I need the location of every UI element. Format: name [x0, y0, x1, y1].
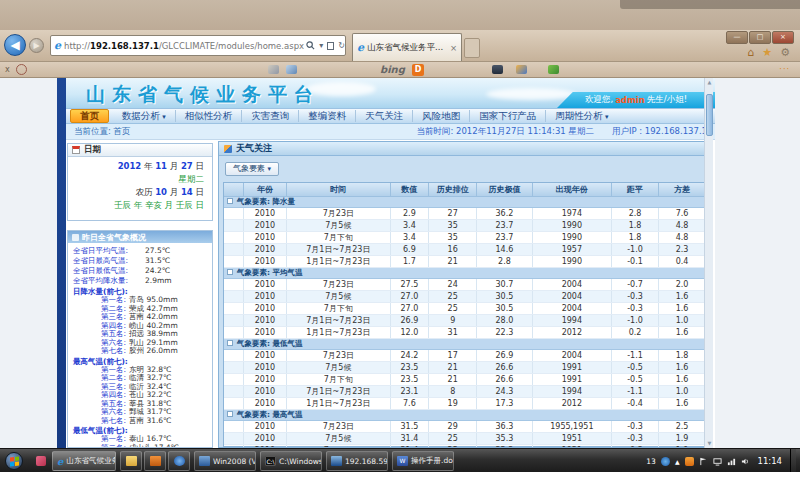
table-row[interactable]: 20107月下旬3.43523.719901.84.8: [224, 232, 706, 244]
favorites-star-icon[interactable]: ★: [762, 46, 772, 59]
nav-item[interactable]: 国家下行产品: [470, 110, 546, 122]
address-bar[interactable]: e http://192.168.137.1/GLCCLIMATE/module…: [50, 35, 346, 56]
taskbar-ie-window[interactable]: e 山东省气候业务平...: [52, 451, 116, 471]
welcome-prefix: 欢迎您,: [585, 94, 613, 106]
green-addon-icon[interactable]: [548, 65, 559, 74]
network-tray-icon[interactable]: [727, 457, 736, 466]
table-cell: -0.1: [612, 256, 659, 268]
globe-tray-icon[interactable]: [661, 457, 670, 466]
close-toolbar-button[interactable]: x: [5, 65, 10, 74]
d-badge-icon[interactable]: D: [412, 64, 424, 76]
scrollbar-thumb[interactable]: [706, 94, 713, 136]
table-row[interactable]: 20107月5候3.43523.719901.84.8: [224, 220, 706, 232]
table-row[interactable]: 20107月5候23.52126.61991-0.51.6: [224, 362, 706, 374]
display-tray-icon[interactable]: [713, 457, 722, 466]
forward-button[interactable]: ▶: [29, 38, 44, 53]
hidden-icons-chevron[interactable]: ▲: [675, 458, 680, 465]
tab-close-icon[interactable]: ×: [450, 43, 457, 53]
table-row[interactable]: 20101月1日~7月23日12.03122.320120.21.6: [224, 327, 706, 339]
share-icon[interactable]: [516, 65, 527, 74]
table-group-cell: 气象要素: 最低气温: [224, 339, 706, 350]
home-icon[interactable]: ⌂: [747, 46, 754, 59]
table-group-row[interactable]: 气象要素: 最高气温: [224, 410, 706, 421]
volume-tray-icon[interactable]: [741, 457, 750, 466]
start-button[interactable]: [5, 452, 23, 470]
maximize-button[interactable]: □: [749, 31, 771, 44]
table-row[interactable]: 20107月5候27.02530.52004-0.31.6: [224, 291, 706, 303]
search-dropdown-caret[interactable]: ▾: [319, 41, 323, 50]
table-row[interactable]: 20101月1日~7月23日7.61917.32012-0.41.6: [224, 398, 706, 410]
card-icon[interactable]: [268, 65, 279, 74]
settings-gear-icon[interactable]: ⚙: [780, 46, 790, 59]
nav-item[interactable]: 周期性分析 ▾: [546, 110, 617, 122]
scroll-up-icon[interactable]: ▲: [705, 78, 714, 87]
toolbar-overflow-dots[interactable]: ···: [779, 65, 790, 74]
table-row[interactable]: 20107月下旬27.02530.52004-0.31.6: [224, 303, 706, 315]
element-dropdown-button[interactable]: 气象要素 ▾: [225, 162, 279, 176]
calendar-weekday: 星期二: [68, 173, 204, 186]
page-title: 山东省气候业务平台: [86, 82, 320, 108]
show-desktop-button[interactable]: [790, 449, 796, 473]
group-name: 气象要素: 平均气温: [237, 268, 303, 277]
taskbar-media-app[interactable]: [168, 451, 190, 471]
table-cell: 2010: [243, 244, 286, 256]
table-group-row[interactable]: 气象要素: 最低气温: [224, 339, 706, 350]
table-cell: 19: [429, 398, 477, 410]
nav-item[interactable]: 首页: [70, 109, 109, 123]
minimize-button[interactable]: —: [726, 31, 748, 44]
table-row[interactable]: 20107月23日31.52936.31955,1951-0.32.5: [224, 421, 706, 433]
taskbar-window-button[interactable]: C:\C:\Windows\s...: [260, 451, 322, 471]
table-cell: -1.0: [612, 315, 659, 327]
nav-item[interactable]: 相似性分析: [176, 110, 243, 122]
scroll-down-icon[interactable]: ▼: [705, 439, 714, 448]
table-row[interactable]: 20101月1日~7月23日1.7212.81990-0.10.4: [224, 256, 706, 268]
compatibility-icon[interactable]: [327, 42, 334, 50]
page-scrollbar[interactable]: ▲ ▼: [704, 78, 713, 448]
table-cell: 14.6: [477, 244, 532, 256]
table-row[interactable]: 20107月23日27.52430.72004-0.72.0: [224, 279, 706, 291]
nav-item[interactable]: 数据分析 ▾: [113, 110, 176, 122]
table-row[interactable]: 20107月下旬23.52126.61991-0.51.6: [224, 374, 706, 386]
blocked-icon[interactable]: [16, 64, 27, 75]
table-row[interactable]: 20107月23日24.21726.92004-1.11.8: [224, 350, 706, 362]
table-row[interactable]: 20107月1日~7月23日6.91614.61957-1.02.3: [224, 244, 706, 256]
table-group-row[interactable]: 气象要素: 降水量: [224, 197, 706, 208]
new-tab-button[interactable]: [464, 38, 480, 58]
taskbar-window-button[interactable]: W操作手册.docx ...: [392, 451, 454, 471]
table-cell: 2010: [243, 350, 286, 362]
table-group-row[interactable]: 气象要素: 平均气温: [224, 268, 706, 279]
table-row[interactable]: 20107月5候31.42535.31951-0.31.9: [224, 433, 706, 445]
group-checkbox[interactable]: [227, 411, 233, 417]
refresh-icon[interactable]: ↻: [338, 41, 345, 50]
group-checkbox[interactable]: [227, 269, 233, 275]
taskbar-clock[interactable]: 11:14: [758, 456, 783, 466]
bing-logo[interactable]: bing: [380, 64, 405, 75]
table-row[interactable]: 20107月1日~7月23日23.1824.31994-1.11.0: [224, 386, 706, 398]
camera-icon[interactable]: [492, 65, 503, 74]
taskbar-window-button[interactable]: 192.168.59.99...: [326, 451, 388, 471]
nav-item[interactable]: 灾害查询: [242, 110, 299, 122]
action-center-flag-icon[interactable]: [699, 457, 708, 466]
group-checkbox[interactable]: [227, 340, 233, 346]
table-row[interactable]: 20107月1日~7月23日26.9928.01994-1.01.0: [224, 315, 706, 327]
taskbar-explorer[interactable]: [120, 451, 142, 471]
table-cell: -0.3: [612, 291, 659, 303]
close-button[interactable]: ×: [772, 31, 794, 44]
back-button[interactable]: ◀: [4, 34, 26, 56]
nav-item[interactable]: 风险地图: [413, 110, 470, 122]
mail-icon[interactable]: [286, 65, 297, 74]
table-cell: 7月23日: [287, 279, 391, 291]
table-row[interactable]: 20107月23日2.92736.219742.87.6: [224, 208, 706, 220]
nav-item[interactable]: 天气关注: [356, 110, 413, 122]
messenger-tray-icon[interactable]: [685, 457, 694, 466]
table-cell: 1.6: [659, 374, 706, 386]
nav-item[interactable]: 整编资料: [299, 110, 356, 122]
browser-tab[interactable]: e 山东省气候业务平... ×: [352, 33, 462, 61]
table-cell: -0.3: [612, 303, 659, 315]
search-icon[interactable]: [306, 41, 315, 50]
group-checkbox[interactable]: [227, 198, 233, 204]
taskbar-orange-app[interactable]: [144, 451, 166, 471]
pinned-app-icon[interactable]: [36, 456, 46, 466]
taskbar-window-button[interactable]: Win2008 (VS2...: [194, 451, 256, 471]
table-cell: 16: [429, 244, 477, 256]
